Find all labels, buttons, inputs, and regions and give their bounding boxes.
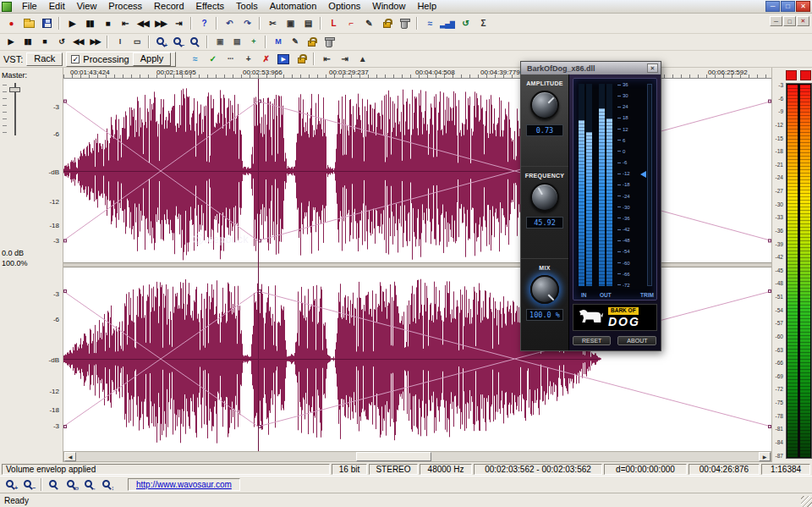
spectrum-view-button[interactable]: ▂▄▆ [439, 16, 456, 31]
trash-alt-button[interactable] [321, 36, 337, 49]
vst-remove-button[interactable]: ✗ [257, 52, 274, 67]
marker-tool-button[interactable]: M [270, 36, 286, 49]
close-button[interactable]: ✕ [796, 1, 810, 12]
menu-view[interactable]: View [71, 0, 103, 13]
mdi-restore-button[interactable]: □ [783, 16, 796, 26]
scrollbar-thumb[interactable] [356, 452, 431, 461]
loop-start-button[interactable]: ⇤ [318, 52, 335, 67]
about-button[interactable]: ABOUT [617, 336, 656, 345]
draw-tool-button[interactable]: ✎ [287, 36, 303, 49]
menu-file[interactable]: File [16, 0, 43, 13]
record-button[interactable]: ● [3, 16, 19, 31]
vst-lock-button[interactable] [293, 52, 310, 67]
cut-button[interactable]: ✂ [264, 16, 281, 31]
eject-button[interactable]: ▲ [354, 52, 370, 67]
open-button[interactable] [20, 16, 37, 31]
zoom-vertical-button[interactable]: ↕ [99, 477, 116, 492]
waveform-view-button[interactable]: ≈ [421, 16, 438, 31]
timeline-ruler[interactable]: 00:01:43:42400:02:18:69500:02:53:96600:0… [63, 68, 771, 79]
menu-effects[interactable]: Effects [190, 0, 230, 13]
plugin-title-bar[interactable]: BarkOfDog_x86.dll ✕ [521, 62, 661, 74]
zoom-out-button[interactable]: − [20, 477, 37, 492]
marker-out-button[interactable]: ⌐ [343, 16, 359, 31]
minimize-button[interactable]: ─ [765, 1, 780, 12]
pause-alt-button[interactable]: ▮▮ [19, 36, 36, 49]
scrollbar-track[interactable] [76, 452, 759, 461]
menu-window[interactable]: Window [366, 0, 411, 13]
pencil-button[interactable]: ✎ [360, 16, 377, 31]
menu-tools[interactable]: Tools [230, 0, 264, 13]
menu-record[interactable]: Record [148, 0, 189, 13]
zoom-in-button[interactable]: + [3, 477, 19, 492]
marker-in-button[interactable]: L [325, 16, 342, 31]
vst-wave-button[interactable]: ≈ [186, 52, 203, 67]
redo-button[interactable]: ↷ [239, 16, 255, 31]
mdi-close-button[interactable]: ✕ [797, 16, 809, 26]
copy-new-button[interactable]: ▣ [211, 36, 228, 49]
rewind-alt-button[interactable]: ◀◀ [70, 36, 86, 49]
zoom-window-button[interactable]: ▭ [63, 477, 80, 492]
vst-enable-button[interactable]: ✓ [204, 52, 221, 67]
reset-button[interactable]: RESET [573, 336, 611, 345]
waveform-display[interactable] [63, 79, 771, 451]
pause-button[interactable]: ▮▮ [81, 16, 98, 31]
save-button[interactable] [38, 16, 55, 31]
scroll-left-button[interactable]: ◀ [64, 452, 76, 461]
amplitude-knob[interactable] [530, 91, 559, 119]
statistics-button[interactable]: Σ [475, 16, 491, 31]
wavosaur-link[interactable]: http://www.wavosaur.com [136, 480, 232, 489]
zoom-selection-button[interactable] [46, 477, 63, 492]
play-button[interactable]: ▶ [63, 16, 80, 31]
insert-silence-button[interactable]: + [245, 36, 261, 49]
menu-process[interactable]: Process [102, 0, 148, 13]
scroll-right-button[interactable]: ▶ [759, 452, 771, 461]
menu-help[interactable]: Help [411, 0, 442, 13]
play-alt-button[interactable]: ▶ [3, 36, 19, 49]
rewind-button[interactable]: ◀◀ [134, 16, 151, 31]
trim-pointer[interactable] [640, 171, 646, 178]
zoom-out-tool-button[interactable]: − [170, 36, 186, 49]
lock-alt-button[interactable] [304, 36, 320, 49]
trash-button[interactable] [396, 16, 413, 31]
trim-slider[interactable] [647, 84, 652, 286]
rack-button[interactable]: Rack [26, 52, 63, 66]
menu-automation[interactable]: Automation [264, 0, 323, 13]
lock-button[interactable] [378, 16, 395, 31]
forward-button[interactable]: ▶▶ [152, 16, 169, 31]
forward-alt-button[interactable]: ▶▶ [87, 36, 103, 49]
mdi-minimize-button[interactable]: ─ [770, 16, 782, 26]
zoom-selection-tool-button[interactable] [187, 36, 203, 49]
go-start-button[interactable]: ⇤ [117, 16, 134, 31]
paste-button[interactable]: ▤ [299, 16, 316, 31]
vst-add-button[interactable]: + [239, 52, 256, 67]
undo-button[interactable]: ↶ [221, 16, 238, 31]
cursor-tool-button[interactable]: I [112, 36, 128, 49]
copy-button[interactable]: ▣ [282, 16, 299, 31]
processing-checkbox[interactable]: ✓ [71, 55, 80, 63]
stop-button[interactable]: ■ [99, 16, 116, 31]
loop-alt-button[interactable]: ↺ [53, 36, 69, 49]
loop-button[interactable]: ↺ [457, 16, 474, 31]
menu-options[interactable]: Options [322, 0, 366, 13]
select-all-button[interactable]: ▭ [129, 36, 145, 49]
loop-end-button[interactable]: ⇥ [336, 52, 353, 67]
maximize-button[interactable]: □ [781, 1, 795, 12]
zoom-horizontal-button[interactable]: ↔ [81, 477, 98, 492]
apply-button[interactable]: Apply [133, 52, 172, 66]
stop-alt-button[interactable]: ■ [36, 36, 52, 49]
go-end-button[interactable]: ⇥ [170, 16, 187, 31]
vst-play-button[interactable] [275, 52, 292, 67]
frequency-knob[interactable] [530, 183, 559, 212]
vst-chain-button[interactable]: ··· [222, 52, 239, 67]
clip-indicator-right[interactable] [800, 70, 811, 80]
zoom-in-tool-button[interactable]: + [153, 36, 169, 49]
paste-new-button[interactable]: ▤ [228, 36, 244, 49]
slider-thumb[interactable] [9, 87, 20, 92]
plugin-close-button[interactable]: ✕ [647, 63, 658, 73]
clip-indicator-left[interactable] [786, 70, 797, 80]
master-volume-slider[interactable] [8, 83, 22, 135]
menu-edit[interactable]: Edit [43, 0, 71, 13]
horizontal-scrollbar[interactable]: ◀ ▶ [63, 451, 771, 462]
help-button[interactable]: ? [195, 16, 212, 31]
mix-knob[interactable] [530, 275, 559, 304]
